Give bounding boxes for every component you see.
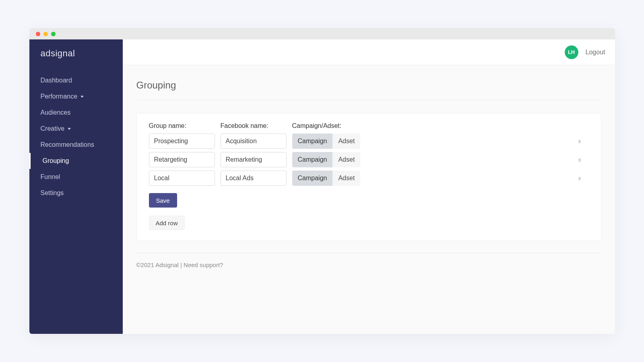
page-title: Grouping	[136, 80, 601, 100]
sidebar-item-label: Grouping	[43, 157, 69, 165]
brand-logo: adsignal	[29, 48, 123, 72]
chevron-down-icon	[80, 96, 84, 98]
toggle-adset-button[interactable]: Adset	[332, 171, 360, 186]
sidebar-item-grouping[interactable]: Grouping	[29, 153, 123, 169]
topbar: LH Logout	[123, 39, 615, 65]
app-frame: adsignal DashboardPerformanceAudiencesCr…	[29, 39, 615, 334]
group-name-input[interactable]	[149, 171, 215, 186]
remove-row-button[interactable]: x	[577, 156, 589, 163]
remove-row-button[interactable]: x	[577, 138, 589, 144]
sidebar-item-settings[interactable]: Settings	[29, 185, 123, 201]
campaign-adset-toggle: CampaignAdset	[292, 171, 571, 186]
remove-row-button[interactable]: x	[577, 175, 589, 181]
main-area: LH Logout Grouping Group name: Facebook …	[123, 39, 615, 334]
window-minimize-icon[interactable]	[43, 32, 48, 36]
avatar[interactable]: LH	[565, 45, 578, 59]
footer-copyright: ©2021 Adsignal |	[136, 261, 184, 268]
sidebar-item-label: Recommendations	[41, 141, 94, 148]
sidebar: adsignal DashboardPerformanceAudiencesCr…	[29, 39, 123, 334]
sidebar-item-funnel[interactable]: Funnel	[29, 169, 123, 185]
sidebar-item-label: Settings	[41, 189, 64, 197]
toggle-adset-button[interactable]: Adset	[332, 134, 360, 149]
logout-link[interactable]: Logout	[586, 49, 605, 56]
campaign-adset-toggle: CampaignAdset	[292, 134, 571, 149]
sidebar-item-label: Dashboard	[41, 77, 72, 84]
sidebar-nav: DashboardPerformanceAudiencesCreativeRec…	[29, 72, 123, 201]
sidebar-item-audiences[interactable]: Audiences	[29, 105, 123, 121]
sidebar-item-performance[interactable]: Performance	[29, 88, 123, 105]
footer: ©2021 Adsignal | Need support?	[136, 253, 601, 268]
window-chrome	[29, 28, 615, 39]
footer-support-link[interactable]: Need support?	[184, 261, 223, 268]
grouping-card: Group name: Facebook name: Campaign/Adse…	[136, 113, 601, 241]
facebook-name-input[interactable]	[221, 171, 287, 186]
sidebar-item-label: Funnel	[41, 173, 60, 181]
sidebar-item-recommendations[interactable]: Recommendations	[29, 137, 123, 153]
sidebar-item-label: Audiences	[41, 109, 71, 116]
column-header-campaign-adset: Campaign/Adset:	[292, 122, 571, 130]
sidebar-item-dashboard[interactable]: Dashboard	[29, 72, 123, 88]
facebook-name-input[interactable]	[221, 134, 287, 149]
window-close-icon[interactable]	[36, 32, 40, 36]
window-maximize-icon[interactable]	[51, 32, 56, 36]
campaign-adset-toggle: CampaignAdset	[292, 152, 571, 167]
toggle-adset-button[interactable]: Adset	[332, 152, 360, 167]
group-name-input[interactable]	[149, 134, 215, 149]
column-header-group-name: Group name:	[149, 122, 215, 130]
column-header-facebook-name: Facebook name:	[221, 122, 287, 130]
content: Grouping Group name: Facebook name: Camp…	[123, 65, 615, 334]
toggle-campaign-button[interactable]: Campaign	[292, 171, 333, 186]
sidebar-item-label: Performance	[41, 93, 78, 100]
actions-row: Save	[149, 193, 589, 208]
save-button[interactable]: Save	[149, 193, 177, 208]
sidebar-item-label: Creative	[41, 125, 65, 132]
browser-window: adsignal DashboardPerformanceAudiencesCr…	[29, 28, 615, 334]
toggle-campaign-button[interactable]: Campaign	[292, 134, 333, 149]
toggle-campaign-button[interactable]: Campaign	[292, 152, 333, 167]
sidebar-item-creative[interactable]: Creative	[29, 121, 123, 137]
group-name-input[interactable]	[149, 152, 215, 167]
facebook-name-input[interactable]	[221, 152, 287, 167]
grouping-grid: Group name: Facebook name: Campaign/Adse…	[149, 122, 589, 208]
chevron-down-icon	[68, 128, 71, 130]
add-row-button[interactable]: Add row	[149, 216, 185, 230]
